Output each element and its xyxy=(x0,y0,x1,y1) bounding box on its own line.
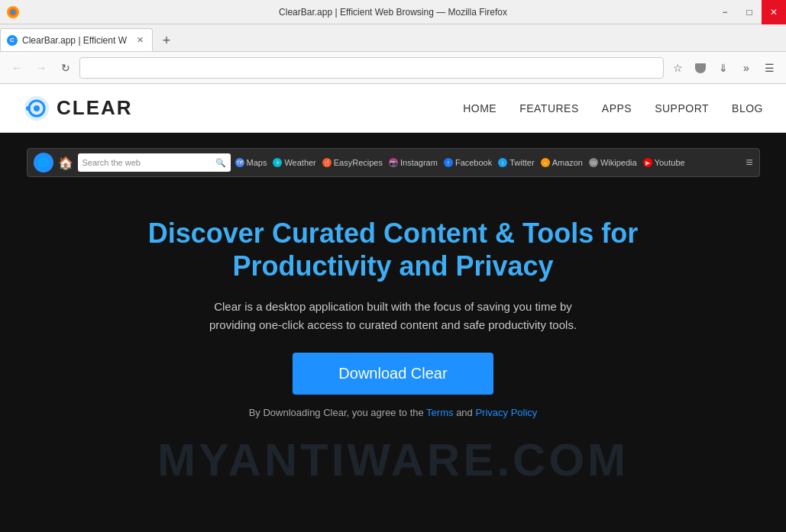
hero-description: Clear is a desktop application built wit… xyxy=(202,298,584,334)
nav-icons: ☆ ⇓ » ☰ xyxy=(667,57,780,79)
svg-point-6 xyxy=(26,106,31,111)
svg-point-5 xyxy=(34,105,40,111)
tab-bar: C ClearBar.app | Efficient W ✕ + xyxy=(0,24,786,52)
nav-features[interactable]: FEATURES xyxy=(519,102,579,114)
browser-title-bar: ClearBar.app | Efficient Web Browsing — … xyxy=(0,0,786,24)
svg-point-2 xyxy=(11,10,15,15)
terms-prefix: By Downloading Clear, you agree to the xyxy=(249,407,426,418)
back-button[interactable]: ← xyxy=(6,57,27,79)
download-button[interactable]: Download Clear xyxy=(293,353,493,395)
nav-home[interactable]: HOME xyxy=(463,102,497,114)
tab-close-button[interactable]: ✕ xyxy=(134,34,146,47)
terms-link[interactable]: Terms xyxy=(426,407,453,418)
pocket-button[interactable] xyxy=(690,57,711,79)
nav-apps[interactable]: APPS xyxy=(602,102,632,114)
forward-button[interactable]: → xyxy=(31,57,52,79)
minimize-button[interactable]: − xyxy=(713,0,737,24)
active-tab[interactable]: C ClearBar.app | Efficient W ✕ xyxy=(0,28,153,51)
hero-title: Discover Curated Content & Tools for Pro… xyxy=(145,217,642,282)
hero-section: Discover Curated Content & Tools for Pro… xyxy=(0,133,786,532)
more-tools-button[interactable]: » xyxy=(736,57,757,79)
browser-title-text: ClearBar.app | Efficient Web Browsing — … xyxy=(279,7,507,18)
reload-button[interactable]: ↻ xyxy=(55,57,76,79)
site-nav: HOME FEATURES APPS SUPPORT BLOG xyxy=(463,102,763,114)
main-content: 🌐 🏠 Search the web 🔍 🗺 Maps ☀ Weather 🍴 … xyxy=(0,133,786,532)
firefox-icon xyxy=(6,5,20,19)
address-bar[interactable] xyxy=(79,57,664,79)
download-button[interactable]: ⇓ xyxy=(713,57,734,79)
nav-blog[interactable]: BLOG xyxy=(732,102,763,114)
maximize-button[interactable]: □ xyxy=(737,0,762,24)
logo-icon xyxy=(23,95,50,122)
close-button[interactable]: ✕ xyxy=(762,0,786,24)
privacy-link[interactable]: Privacy Policy xyxy=(475,407,537,418)
logo-text: CLEAR xyxy=(57,96,133,120)
tab-favicon: C xyxy=(7,35,18,46)
menu-button[interactable]: ☰ xyxy=(759,57,780,79)
nav-bar: ← → ↻ ☆ ⇓ » ☰ xyxy=(0,52,786,84)
new-tab-button[interactable]: + xyxy=(156,30,177,51)
site-logo: CLEAR xyxy=(23,95,463,122)
star-button[interactable]: ☆ xyxy=(667,57,688,79)
nav-support[interactable]: SUPPORT xyxy=(655,102,709,114)
site-header: CLEAR HOME FEATURES APPS SUPPORT BLOG xyxy=(0,84,786,133)
terms-text: By Downloading Clear, you agree to the T… xyxy=(249,407,538,418)
terms-and: and xyxy=(456,407,475,418)
tab-title: ClearBar.app | Efficient W xyxy=(22,35,131,46)
window-controls: − □ ✕ xyxy=(713,0,786,24)
